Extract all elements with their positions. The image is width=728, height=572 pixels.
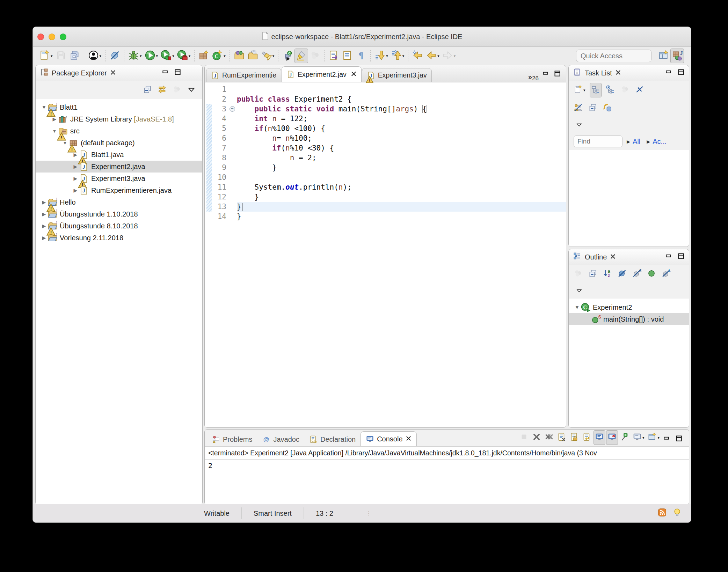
maximize-editor-button[interactable] [554, 70, 561, 79]
new-task-button[interactable]: ▾ [572, 83, 587, 97]
next-annotation-button[interactable]: ▾ [373, 49, 390, 63]
console-view-tab[interactable]: Declaration [304, 432, 361, 446]
back-button[interactable]: ▾ [424, 49, 441, 63]
task-list-tab[interactable]: Task List [573, 68, 621, 78]
open-console-button[interactable]: ▾ [646, 430, 661, 445]
editor-tab[interactable]: J!Experiment3.jav [362, 68, 432, 82]
project-tree-item[interactable]: ▼J!Blatt1 [36, 101, 202, 113]
link-with-editor-button[interactable] [156, 83, 168, 97]
word-wrap-button[interactable] [581, 430, 593, 445]
display-console-button[interactable]: ▾ [631, 430, 646, 445]
maximize-view-button[interactable] [174, 69, 181, 77]
focus-workweek-button[interactable] [572, 101, 584, 116]
open-declaration-button[interactable] [327, 49, 341, 63]
collapse-all-button[interactable] [587, 101, 599, 116]
remove-launch-button[interactable] [531, 430, 543, 445]
hide-static-button[interactable]: S [631, 267, 643, 281]
maximize-view-button[interactable] [678, 69, 685, 77]
open-perspective-button[interactable] [657, 49, 670, 63]
project-tree-item[interactable]: ▶JExperiment2.java [36, 161, 202, 173]
collapse-all-button[interactable] [141, 83, 153, 97]
project-tree-item[interactable]: ▶JÜbungsstunde 1.10.2018 [36, 208, 202, 220]
news-feed-icon[interactable] [657, 508, 667, 519]
project-tree-item[interactable]: ▶J!Blatt1.java [36, 149, 202, 161]
scroll-lock-button[interactable] [568, 430, 580, 445]
task-filter-link[interactable]: ▶All [627, 138, 640, 146]
minimize-view-button[interactable] [663, 435, 670, 443]
minimize-view-button[interactable] [665, 253, 672, 261]
collapse-all-button[interactable] [587, 267, 599, 281]
minimize-view-button[interactable] [162, 69, 169, 77]
close-tab-icon[interactable] [406, 435, 412, 443]
project-tree-item[interactable]: ▶J!Experiment3.java [36, 173, 202, 184]
task-filter-link[interactable]: ▶Ac... [647, 138, 667, 146]
view-menu-button[interactable] [574, 283, 584, 298]
java-perspective-button[interactable]: J [670, 49, 684, 63]
filter-label[interactable]: All [633, 138, 640, 146]
show-whitespace-button[interactable]: ¶ [354, 49, 368, 63]
pin-console-button[interactable] [619, 430, 631, 445]
fold-collapse-icon[interactable]: − [230, 106, 235, 112]
console-view-tab[interactable]: Console [361, 431, 416, 446]
project-tree-item[interactable]: ▶J!Übungsstunde 8.10.2018 [36, 220, 202, 232]
close-view-icon[interactable] [110, 69, 116, 77]
open-task-button[interactable] [246, 49, 260, 63]
run-external-tools-button[interactable]: ▾ [176, 49, 192, 63]
project-tree-item[interactable]: ▶JVorlesung 2.11.2018 [36, 232, 202, 244]
scheduled-button[interactable] [604, 83, 616, 97]
save-all-button[interactable] [68, 49, 81, 63]
show-stdout-button[interactable] [594, 430, 605, 445]
console-view-tab[interactable]: @Javadoc [257, 432, 304, 446]
remove-all-terminated-button[interactable] [543, 430, 555, 445]
run-button[interactable]: ▾ [143, 49, 160, 63]
find-input[interactable] [574, 135, 623, 147]
open-type-button[interactable] [232, 49, 246, 63]
maximize-view-button[interactable] [678, 253, 685, 261]
show-selected-element-button[interactable] [341, 49, 354, 63]
filter-label[interactable]: Ac... [653, 138, 667, 146]
view-menu-button[interactable] [185, 83, 197, 97]
mark-occurrences-button[interactable] [294, 49, 308, 63]
user-account-button[interactable]: ▾ [87, 49, 103, 63]
hide-fields-button[interactable] [616, 267, 628, 281]
project-tree-item[interactable]: ▼!src [36, 125, 202, 137]
project-tree-item[interactable]: ▶JRumExperimentieren.java [36, 184, 202, 196]
console-view-tab[interactable]: Problems [207, 432, 257, 446]
close-view-icon[interactable] [615, 69, 621, 77]
synchronize-button[interactable] [602, 101, 613, 116]
new-wizard-button[interactable]: ▾ [38, 49, 54, 63]
search-button[interactable]: ▾ [260, 49, 276, 63]
show-stderr-button[interactable] [606, 430, 618, 445]
console-content[interactable]: <terminated> Experiment2 [Java Applicati… [205, 447, 689, 505]
launch-shortcut-button[interactable]: C [281, 49, 294, 63]
new-java-project-button[interactable] [197, 49, 211, 63]
clear-console-button[interactable] [556, 430, 568, 445]
minimize-view-button[interactable] [665, 69, 672, 77]
minimize-editor-button[interactable] [542, 70, 549, 79]
outline-tab[interactable]: Outline [573, 252, 616, 262]
debug-button[interactable]: ▾ [127, 49, 143, 63]
show-non-public-button[interactable] [646, 267, 657, 281]
editor-tab[interactable]: JExperiment2.jav [282, 66, 362, 82]
project-tree-item[interactable]: ▶J!Hello [36, 196, 202, 208]
editor-tab[interactable]: JRumExperimentie [206, 68, 281, 82]
maximize-view-button[interactable] [676, 435, 683, 443]
tips-lightbulb-icon[interactable] [672, 508, 682, 519]
view-menu-button[interactable] [574, 117, 584, 132]
categorized-button[interactable] [590, 83, 602, 97]
package-explorer-tab[interactable]: Package Explorer [40, 68, 116, 78]
coverage-button[interactable]: ▾ [159, 49, 176, 63]
project-tree-item[interactable]: ▶JRE System Library [JavaSE-1.8] [36, 113, 202, 125]
quick-access-input[interactable] [576, 50, 651, 62]
tab-overflow-indicator[interactable]: »26 [528, 73, 542, 82]
last-edit-location-button[interactable] [411, 49, 424, 63]
hide-completed-button[interactable] [634, 83, 646, 97]
close-tab-icon[interactable] [351, 71, 357, 79]
skip-breakpoints-button[interactable] [108, 49, 122, 63]
close-view-icon[interactable] [610, 253, 616, 261]
sort-az-button[interactable]: az [602, 267, 613, 281]
new-java-class-button[interactable]: C▾ [211, 49, 227, 63]
outline-tree-item[interactable]: ▼CExperiment2 [569, 301, 689, 313]
code-editor[interactable]: 12public class Experiment2 {3− public st… [205, 82, 566, 427]
expander-icon[interactable]: ▼ [574, 305, 581, 310]
